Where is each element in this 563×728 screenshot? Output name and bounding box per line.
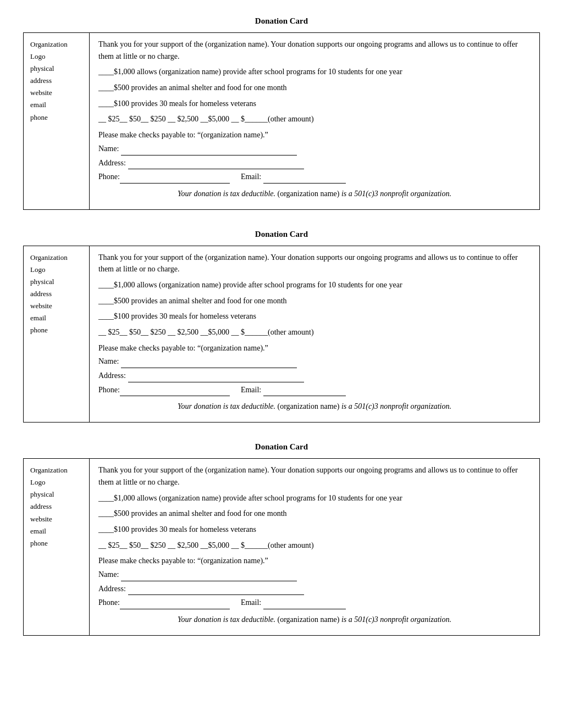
donation-card: Donation CardOrganizationLogophysicaladd… [23, 442, 540, 636]
logo-box: OrganizationLogophysicaladdresswebsiteem… [24, 33, 90, 209]
logo-line: physical [30, 276, 82, 288]
amounts-line: __ $25__ $50__ $250 __ $2,500 __$5,000 _… [98, 113, 531, 125]
donation-line-1: ____$1,000 allows (organization name) pr… [98, 279, 531, 291]
logo-line: website [30, 300, 82, 312]
name-label: Name: [98, 569, 119, 581]
intro-text: Thank you for your support of the (organ… [98, 464, 531, 488]
donation-card: Donation CardOrganizationLogophysicaladd… [23, 230, 540, 423]
name-underline [121, 569, 297, 581]
tax-line: Your donation is tax deductible. (organi… [98, 401, 531, 413]
address-line: Address: [98, 157, 531, 170]
address-underline [128, 370, 304, 382]
phone-email-line: Phone: Email: [98, 171, 531, 184]
email-underline [263, 597, 346, 609]
content-box: Thank you for your support of the (organ… [90, 33, 539, 209]
logo-line: website [30, 87, 82, 99]
logo-box: OrganizationLogophysicaladdresswebsiteem… [24, 459, 90, 635]
name-line: Name: [98, 355, 531, 368]
logo-line: address [30, 75, 82, 87]
form-section: Please make checks payable to: “(organiz… [98, 129, 531, 184]
address-underline [128, 583, 304, 596]
logo-line: Organization [30, 252, 82, 264]
address-label: Address: [98, 583, 126, 595]
card-title: Donation Card [23, 16, 540, 26]
logo-line: email [30, 525, 82, 537]
phone-underline [120, 384, 230, 397]
logo-line: website [30, 513, 82, 525]
address-underline [128, 157, 304, 170]
address-line: Address: [98, 370, 531, 382]
donation-line-3: ____$100 provides 30 meals for homeless … [98, 524, 531, 536]
checks-payable-text: Please make checks payable to: “(organiz… [98, 342, 531, 354]
phone-label: Phone: [98, 171, 120, 183]
logo-line: email [30, 99, 82, 111]
checks-payable-text: Please make checks payable to: “(organiz… [98, 555, 531, 567]
tax-line: Your donation is tax deductible. (organi… [98, 614, 531, 626]
email-label: Email: [241, 597, 261, 609]
tax-italic-1: Your donation is tax deductible. [178, 615, 275, 624]
phone-email-line: Phone: Email: [98, 597, 531, 609]
donation-card: Donation CardOrganizationLogophysicaladd… [23, 16, 540, 210]
content-box: Thank you for your support of the (organ… [90, 459, 539, 635]
logo-line: Organization [30, 464, 82, 476]
address-label: Address: [98, 370, 126, 382]
donation-line-3: ____$100 provides 30 meals for homeless … [98, 310, 531, 323]
card-title: Donation Card [23, 442, 540, 452]
name-line: Name: [98, 569, 531, 581]
content-box: Thank you for your support of the (organ… [90, 246, 539, 423]
amounts-line: __ $25__ $50__ $250 __ $2,500 __$5,000 _… [98, 540, 531, 552]
phone-email-line: Phone: Email: [98, 384, 531, 397]
phone-label: Phone: [98, 597, 120, 609]
logo-box: OrganizationLogophysicaladdresswebsiteem… [24, 246, 90, 423]
checks-payable-text: Please make checks payable to: “(organiz… [98, 129, 531, 141]
card-body: OrganizationLogophysicaladdresswebsiteem… [23, 32, 540, 210]
email-label: Email: [241, 171, 261, 183]
name-underline [121, 355, 297, 368]
tax-line: Your donation is tax deductible. (organi… [98, 188, 531, 200]
logo-line: email [30, 312, 82, 324]
logo-line: physical [30, 488, 82, 501]
form-section: Please make checks payable to: “(organiz… [98, 555, 531, 609]
tax-italic-2: is a 501(c)3 nonprofit organization. [341, 402, 451, 410]
address-label: Address: [98, 157, 126, 169]
name-label: Name: [98, 143, 119, 155]
donation-line-1: ____$1,000 allows (organization name) pr… [98, 492, 531, 504]
amounts-line: __ $25__ $50__ $250 __ $2,500 __$5,000 _… [98, 326, 531, 338]
intro-text: Thank you for your support of the (organ… [98, 252, 531, 275]
email-underline [263, 171, 346, 184]
donation-line-3: ____$100 provides 30 meals for homeless … [98, 98, 531, 110]
tax-italic-2: is a 501(c)3 nonprofit organization. [341, 615, 451, 624]
intro-text: Thank you for your support of the (organ… [98, 38, 531, 62]
card-body: OrganizationLogophysicaladdresswebsiteem… [23, 458, 540, 636]
logo-line: Logo [30, 51, 82, 63]
logo-line: phone [30, 112, 82, 124]
card-body: OrganizationLogophysicaladdresswebsiteem… [23, 246, 540, 423]
donation-line-2: ____$500 provides an animal shelter and … [98, 82, 531, 94]
logo-line: address [30, 288, 82, 300]
logo-line: address [30, 501, 82, 513]
card-title: Donation Card [23, 230, 540, 239]
donation-line-2: ____$500 provides an animal shelter and … [98, 295, 531, 307]
logo-line: phone [30, 324, 82, 336]
logo-line: Logo [30, 264, 82, 276]
email-label: Email: [241, 384, 261, 396]
logo-line: physical [30, 63, 82, 75]
donation-line-1: ____$1,000 allows (organization name) pr… [98, 66, 531, 78]
email-underline [263, 384, 346, 397]
name-label: Name: [98, 355, 119, 368]
name-underline [121, 143, 297, 155]
donation-line-2: ____$500 provides an animal shelter and … [98, 508, 531, 520]
address-line: Address: [98, 583, 531, 596]
phone-underline [120, 171, 230, 184]
tax-italic-2: is a 501(c)3 nonprofit organization. [341, 190, 451, 198]
logo-line: Logo [30, 476, 82, 488]
tax-italic-1: Your donation is tax deductible. [178, 190, 275, 198]
name-line: Name: [98, 143, 531, 155]
phone-label: Phone: [98, 384, 120, 396]
phone-underline [120, 597, 230, 609]
form-section: Please make checks payable to: “(organiz… [98, 342, 531, 397]
logo-line: Organization [30, 38, 82, 51]
logo-line: phone [30, 537, 82, 549]
tax-italic-1: Your donation is tax deductible. [178, 402, 275, 410]
